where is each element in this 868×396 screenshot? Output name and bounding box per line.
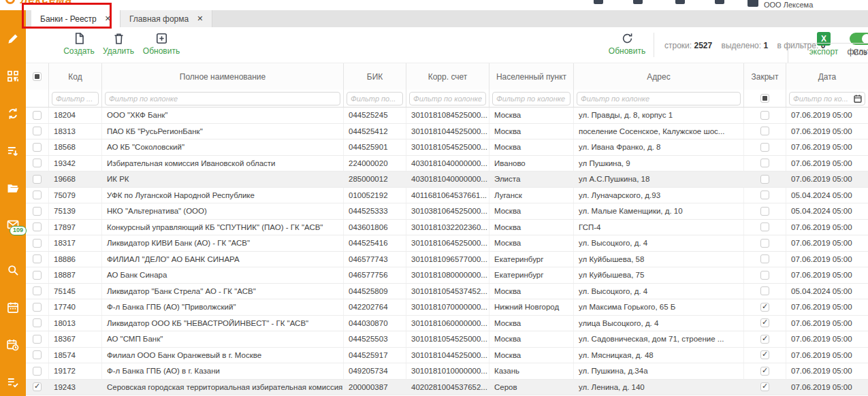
row-checkbox[interactable] <box>33 191 42 199</box>
close-icon[interactable]: ✕ <box>197 14 203 23</box>
table-row[interactable]: 17740Ф-л Банка ГПБ (АО) "Приволжский"042… <box>26 299 868 316</box>
select-cell[interactable] <box>26 252 49 267</box>
edit-pencil-icon[interactable] <box>6 32 20 46</box>
cell-closed[interactable] <box>744 156 786 171</box>
row-checkbox[interactable] <box>760 222 769 231</box>
row-checkbox[interactable] <box>33 222 42 231</box>
row-checkbox[interactable] <box>33 239 42 248</box>
close-icon[interactable]: ✕ <box>105 14 111 23</box>
select-cell[interactable] <box>26 284 49 299</box>
table-row[interactable]: 18367АО "СМП Банк"0445255033010181054525… <box>26 331 868 348</box>
filter-input-name[interactable] <box>105 92 340 105</box>
table-row[interactable]: 18574Филиал ООО Банк Оранжевый в г. Моск… <box>26 348 868 364</box>
column-header-closed[interactable]: Закрыт <box>744 63 786 90</box>
row-checkbox[interactable] <box>760 143 769 152</box>
table-row[interactable]: 18313ПАО КБ "РусьРегионБанк"044525412301… <box>26 124 868 140</box>
table-row[interactable]: 18204ООО "ХКФ Банк"044525245301018108452… <box>26 108 868 124</box>
select-cell[interactable] <box>26 171 49 187</box>
row-checkbox[interactable] <box>760 350 769 359</box>
table-row[interactable]: 19342Избирательная комиссия Ивановской о… <box>26 156 868 172</box>
cell-closed[interactable] <box>744 203 786 219</box>
column-header-address[interactable]: Адрес <box>574 63 744 90</box>
select-cell[interactable] <box>26 108 49 123</box>
calendar-picker-icon[interactable] <box>853 94 863 103</box>
row-checkbox[interactable] <box>33 207 42 216</box>
qr-code-icon[interactable] <box>6 69 20 83</box>
row-checkbox[interactable] <box>760 335 769 344</box>
row-checkbox[interactable] <box>33 111 42 120</box>
top-menu-icon-4[interactable] <box>715 0 724 4</box>
table-row[interactable]: 18887АО Банк Синара046577756301018108000… <box>26 267 868 284</box>
select-cell[interactable] <box>26 220 49 235</box>
table-row[interactable]: 75139НКО "Альтернатива" (ООО)04452533330… <box>26 203 868 220</box>
select-cell[interactable] <box>26 316 49 331</box>
filter-input-code[interactable] <box>52 92 99 105</box>
cell-closed[interactable] <box>744 124 786 139</box>
row-checkbox[interactable] <box>33 143 42 152</box>
select-cell[interactable] <box>26 124 49 139</box>
cell-closed[interactable] <box>744 188 786 203</box>
cell-closed[interactable] <box>744 252 786 267</box>
select-cell[interactable] <box>26 363 49 379</box>
select-cell[interactable] <box>26 188 49 203</box>
select-cell[interactable] <box>26 380 49 395</box>
row-checkbox[interactable] <box>33 175 42 184</box>
cell-closed[interactable] <box>744 284 786 299</box>
row-checkbox[interactable] <box>33 159 42 167</box>
select-cell[interactable] <box>26 299 49 315</box>
row-checkbox[interactable] <box>760 271 769 280</box>
select-cell[interactable] <box>26 348 49 363</box>
row-checkbox[interactable] <box>33 382 42 391</box>
select-cell[interactable] <box>26 139 49 155</box>
row-checkbox[interactable] <box>760 159 769 167</box>
row-checkbox[interactable] <box>33 254 42 263</box>
tab-banki-reestr[interactable]: Банки - Реестр ✕ <box>31 10 120 27</box>
row-checkbox[interactable] <box>760 382 769 391</box>
cell-closed[interactable] <box>744 331 786 347</box>
row-checkbox[interactable] <box>33 318 42 327</box>
table-row[interactable]: 19243Серовская городская территориальная… <box>26 380 868 396</box>
cell-closed[interactable] <box>744 363 786 379</box>
column-header-name[interactable]: Полное наименование <box>102 63 344 90</box>
table-row[interactable]: 18568АО КБ "Соколовский"0445259013010181… <box>26 139 868 156</box>
table-row[interactable]: 75145Ликвидатор "Банк Стрела" АО - ГК "А… <box>26 284 868 300</box>
closed-filter-checkbox[interactable] <box>760 94 769 103</box>
column-header-corr[interactable]: Корр. счет <box>406 63 489 90</box>
select-cell[interactable] <box>26 203 49 219</box>
select-cell[interactable] <box>26 235 49 251</box>
row-checkbox[interactable] <box>33 271 42 280</box>
row-checkbox[interactable] <box>760 207 769 216</box>
calendar-schedule-icon[interactable] <box>6 338 20 352</box>
row-checkbox[interactable] <box>760 318 769 327</box>
select-cell[interactable] <box>26 331 49 347</box>
search-icon[interactable] <box>6 263 20 277</box>
row-checkbox[interactable] <box>33 127 42 135</box>
row-checkbox[interactable] <box>760 367 769 376</box>
cell-closed[interactable] <box>744 299 786 315</box>
table-row[interactable]: 17897Конкурсный управляющий КБ "СПУТНИК"… <box>26 220 868 236</box>
top-menu-icon-2[interactable] <box>633 0 643 4</box>
row-checkbox[interactable] <box>760 191 769 199</box>
cell-closed[interactable] <box>744 316 786 331</box>
column-header-date[interactable]: Дата <box>786 63 868 90</box>
refresh-button[interactable]: Обновить <box>606 32 648 56</box>
filter-input-bik[interactable] <box>347 92 403 105</box>
row-checkbox[interactable] <box>760 127 769 135</box>
top-menu-icon-1[interactable] <box>594 0 603 4</box>
row-checkbox[interactable] <box>760 175 769 184</box>
cell-closed[interactable] <box>744 108 786 123</box>
row-checkbox[interactable] <box>760 303 769 312</box>
select-all-checkbox[interactable] <box>33 72 42 81</box>
row-checkbox[interactable] <box>33 335 42 344</box>
table-row[interactable]: 75079УФК по Луганской Народной Республик… <box>26 188 868 204</box>
task-checklist-icon[interactable] <box>6 376 20 389</box>
filter-input-corr[interactable] <box>409 92 486 105</box>
sync-icon[interactable] <box>6 107 20 120</box>
select-cell[interactable] <box>26 267 49 283</box>
row-checkbox[interactable] <box>760 254 769 263</box>
import-list-icon[interactable] <box>6 144 20 158</box>
row-checkbox[interactable] <box>33 303 42 312</box>
column-header-bik[interactable]: БИК <box>344 63 406 90</box>
cell-closed[interactable] <box>744 348 786 363</box>
table-row[interactable]: 19668ИК РК2850000124030181040000000...Эл… <box>26 171 868 188</box>
